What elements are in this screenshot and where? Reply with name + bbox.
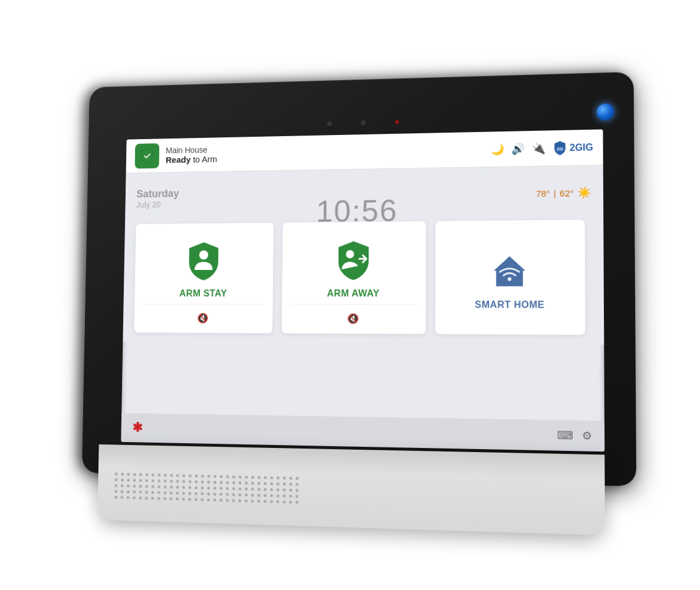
arm-stay-button[interactable]: ARM STAY 🔇 bbox=[134, 222, 274, 332]
arm-stay-mute-icon: 🔇 bbox=[197, 312, 208, 324]
screen: Main House Ready to Arm 🌙 🔊 🔌 bbox=[121, 129, 604, 451]
brand-name: 2GIG bbox=[569, 141, 593, 153]
emergency-button[interactable]: ✱ bbox=[132, 420, 142, 435]
arm-away-label: ARM AWAY bbox=[327, 288, 379, 298]
arm-away-bottom: 🔇 bbox=[291, 304, 416, 324]
brand-logo: 2G 2GIG bbox=[552, 140, 593, 155]
temp-low: 62° bbox=[559, 187, 573, 198]
camera-dot-1 bbox=[327, 121, 331, 126]
main-content: Saturday July 20 10:56 78° | 62° ☀️ bbox=[123, 165, 604, 344]
camera-dot-3 bbox=[395, 120, 399, 124]
temp-high: 78° bbox=[535, 187, 550, 198]
speaker-grille: // Will generate dots via JS below bbox=[114, 462, 586, 522]
status-icons: 🌙 🔊 🔌 2G 2GIG bbox=[490, 140, 593, 156]
arm-away-button[interactable]: ARM AWAY 🔇 bbox=[281, 221, 426, 334]
bottom-right-icons: ⌨ ⚙ bbox=[557, 429, 591, 443]
arm-stay-bottom: 🔇 bbox=[143, 304, 263, 324]
camera-dot-2 bbox=[360, 120, 365, 125]
date-block: Saturday July 20 bbox=[136, 187, 179, 209]
indicator-light bbox=[596, 103, 614, 120]
arm-away-mute-icon: 🔇 bbox=[347, 312, 359, 324]
device-stand: // Will generate dots via JS below bbox=[97, 444, 605, 535]
smart-home-icon-area: SMART HOME bbox=[475, 234, 544, 324]
smart-home-label: SMART HOME bbox=[475, 299, 544, 311]
settings-icon[interactable]: ⚙ bbox=[581, 429, 591, 442]
volume-icon: 🔊 bbox=[511, 141, 524, 155]
smart-home-button[interactable]: SMART HOME bbox=[435, 219, 584, 334]
svg-text:2G: 2G bbox=[556, 146, 563, 151]
sun-icon: ☀️ bbox=[577, 186, 590, 199]
keyboard-icon[interactable]: ⌨ bbox=[557, 429, 573, 442]
plug-icon: 🔌 bbox=[531, 141, 545, 155]
status-text: Main House Ready to Arm bbox=[165, 139, 490, 164]
svg-marker-3 bbox=[494, 256, 525, 286]
arm-away-icon-area: ARM AWAY bbox=[327, 236, 380, 302]
device-frame: Main House Ready to Arm 🌙 🔊 🔌 bbox=[81, 71, 636, 486]
speaker-dots-left: // Will generate dots via JS below bbox=[114, 472, 299, 503]
day-name: Saturday bbox=[136, 187, 179, 200]
datetime-row: Saturday July 20 10:56 78° | 62° ☀️ bbox=[136, 177, 590, 213]
bottom-bar: ✱ ⌨ ⚙ bbox=[121, 413, 604, 451]
temp-separator: | bbox=[553, 187, 556, 197]
moon-icon: 🌙 bbox=[490, 142, 503, 156]
arm-stay-icon-area: ARM STAY bbox=[179, 237, 228, 302]
weather-block: 78° | 62° ☀️ bbox=[535, 186, 590, 200]
time-display: 10:56 bbox=[316, 193, 397, 229]
date-label: July 20 bbox=[136, 199, 179, 209]
arm-stay-label: ARM STAY bbox=[179, 288, 227, 299]
action-buttons: ARM STAY 🔇 bbox=[134, 219, 591, 334]
shield-logo bbox=[134, 143, 159, 168]
